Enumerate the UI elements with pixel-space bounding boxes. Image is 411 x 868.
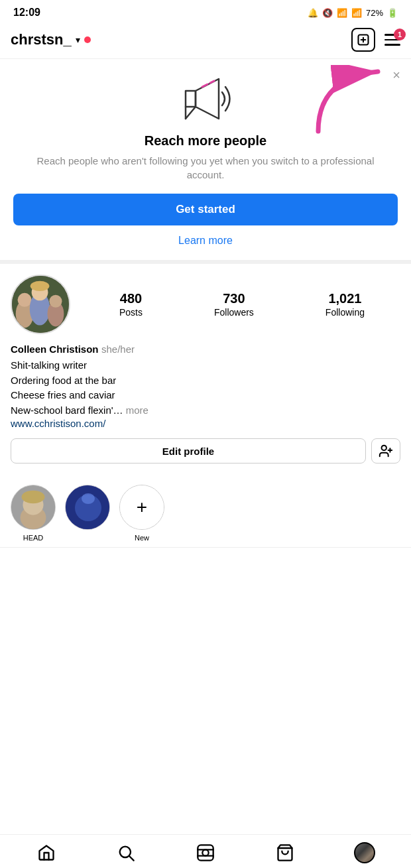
following-count: 1,021 bbox=[325, 291, 365, 306]
profile-top: 480 Posts 730 Followers 1,021 Following bbox=[11, 275, 400, 334]
svg-line-8 bbox=[202, 84, 207, 87]
bio-pronouns: she/her bbox=[101, 343, 135, 355]
nav-profile-avatar bbox=[354, 842, 375, 863]
avatar-svg bbox=[12, 275, 69, 334]
bio-line-2: Ordering food at the bar bbox=[11, 373, 400, 389]
svg-point-31 bbox=[202, 849, 208, 855]
battery-level: 72% bbox=[366, 8, 383, 18]
following-label: Following bbox=[325, 307, 365, 318]
followers-count: 730 bbox=[214, 291, 254, 306]
battery-icon: 🔋 bbox=[387, 8, 398, 18]
action-buttons: Edit profile bbox=[11, 438, 400, 464]
svg-point-16 bbox=[49, 295, 62, 308]
promo-title: Reach more people bbox=[13, 133, 398, 149]
online-status-dot bbox=[84, 36, 91, 43]
main-content: 12:09 🔔 🔇 📶 📶 72% 🔋 chrstsn_ ▾ bbox=[0, 0, 411, 634]
bio-website-link[interactable]: www.cchristison.com/ bbox=[11, 418, 400, 429]
close-banner-button[interactable]: × bbox=[392, 68, 400, 82]
svg-point-24 bbox=[22, 491, 45, 503]
profile-avatar[interactable] bbox=[11, 275, 70, 334]
bio-section: Colleen Christison she/her Shit-talking … bbox=[11, 343, 400, 429]
posts-stat[interactable]: 480 Posts bbox=[119, 291, 143, 318]
home-icon bbox=[37, 843, 56, 862]
stats-row: 480 Posts 730 Followers 1,021 Following bbox=[84, 291, 400, 318]
promo-banner: × Reach more people Reach people who are… bbox=[0, 59, 411, 264]
bio-full-name: Colleen Christison bbox=[11, 343, 99, 355]
highlights-row: HEAD + New bbox=[0, 482, 411, 548]
app-header: chrstsn_ ▾ 1 bbox=[0, 23, 411, 59]
posts-label: Posts bbox=[119, 307, 143, 318]
wifi-icon: 📶 bbox=[337, 8, 347, 18]
highlight-item-2[interactable] bbox=[65, 485, 110, 542]
highlight-head-svg bbox=[11, 485, 55, 530]
highlight-new-label: New bbox=[135, 534, 149, 542]
highlight-circle-head bbox=[11, 485, 56, 530]
bio-name-row: Colleen Christison she/her bbox=[11, 343, 400, 355]
create-post-button[interactable] bbox=[351, 28, 375, 52]
svg-line-7 bbox=[186, 107, 196, 119]
notification-badge: 1 bbox=[394, 29, 406, 40]
highlight-2-svg bbox=[66, 485, 110, 530]
learn-more-link[interactable]: Learn more bbox=[13, 235, 398, 247]
plus-square-icon bbox=[357, 33, 370, 46]
chevron-down-icon[interactable]: ▾ bbox=[76, 34, 80, 45]
svg-point-18 bbox=[382, 446, 386, 450]
add-person-icon bbox=[379, 444, 393, 458]
svg-point-12 bbox=[18, 293, 32, 307]
followers-stat[interactable]: 730 Followers bbox=[214, 291, 254, 318]
svg-line-29 bbox=[129, 856, 133, 860]
bio-line-3: Cheese fries and caviar bbox=[11, 388, 400, 403]
highlight-head-image bbox=[11, 485, 55, 529]
profile-section: 480 Posts 730 Followers 1,021 Following … bbox=[0, 264, 411, 482]
highlight-new-plus-icon: + bbox=[137, 497, 147, 518]
bio-line-4: New-school bard flexin'… more bbox=[11, 403, 400, 418]
header-left: chrstsn_ ▾ bbox=[11, 31, 91, 48]
nav-shop-button[interactable] bbox=[269, 841, 301, 864]
header-right: 1 bbox=[351, 28, 400, 52]
nav-reels-button[interactable] bbox=[190, 841, 221, 864]
edit-profile-button[interactable]: Edit profile bbox=[11, 438, 366, 464]
bottom-navigation bbox=[0, 834, 411, 868]
svg-rect-30 bbox=[198, 845, 213, 860]
shop-icon bbox=[276, 843, 294, 862]
svg-line-9 bbox=[210, 81, 214, 83]
bio-line-1: Shit-talking writer bbox=[11, 358, 400, 373]
signal-icon: 📶 bbox=[351, 8, 362, 18]
svg-point-17 bbox=[30, 281, 50, 291]
hamburger-line bbox=[384, 44, 400, 46]
svg-marker-4 bbox=[186, 91, 196, 107]
highlight-image-2 bbox=[66, 485, 109, 529]
status-right: 🔔 🔇 📶 📶 72% 🔋 bbox=[308, 8, 398, 18]
status-bar: 12:09 🔔 🔇 📶 📶 72% 🔋 bbox=[0, 0, 411, 23]
highlight-head-label: HEAD bbox=[23, 534, 44, 542]
highlight-circle-new: + bbox=[119, 485, 164, 530]
nav-profile-button[interactable] bbox=[349, 841, 381, 864]
search-icon bbox=[117, 843, 135, 862]
highlight-circle-2 bbox=[65, 485, 110, 530]
status-time: 12:09 bbox=[13, 7, 40, 19]
followers-label: Followers bbox=[214, 307, 254, 318]
nav-icons-row bbox=[0, 841, 411, 864]
megaphone-icon bbox=[176, 72, 235, 125]
reels-icon bbox=[196, 843, 215, 862]
svg-point-27 bbox=[82, 493, 95, 504]
username-label[interactable]: chrstsn_ bbox=[11, 31, 72, 48]
get-started-button[interactable]: Get started bbox=[13, 194, 398, 225]
megaphone-icon-wrapper bbox=[13, 72, 398, 125]
bio-more-link[interactable]: more bbox=[126, 404, 148, 416]
highlight-new-image: + bbox=[120, 485, 164, 529]
nav-home-button[interactable] bbox=[30, 841, 62, 864]
highlight-new-item[interactable]: + New bbox=[119, 485, 164, 542]
nav-search-button[interactable] bbox=[110, 841, 142, 864]
alarm-icon: 🔔 bbox=[308, 8, 318, 18]
avatar-image bbox=[12, 276, 69, 333]
menu-button[interactable]: 1 bbox=[384, 34, 400, 46]
promo-description: Reach people who aren't following you ye… bbox=[13, 154, 398, 182]
highlight-item-head[interactable]: HEAD bbox=[11, 485, 56, 542]
add-person-button[interactable] bbox=[371, 438, 400, 464]
following-stat[interactable]: 1,021 Following bbox=[325, 291, 365, 318]
posts-count: 480 bbox=[119, 291, 143, 306]
mute-icon: 🔇 bbox=[322, 8, 333, 18]
